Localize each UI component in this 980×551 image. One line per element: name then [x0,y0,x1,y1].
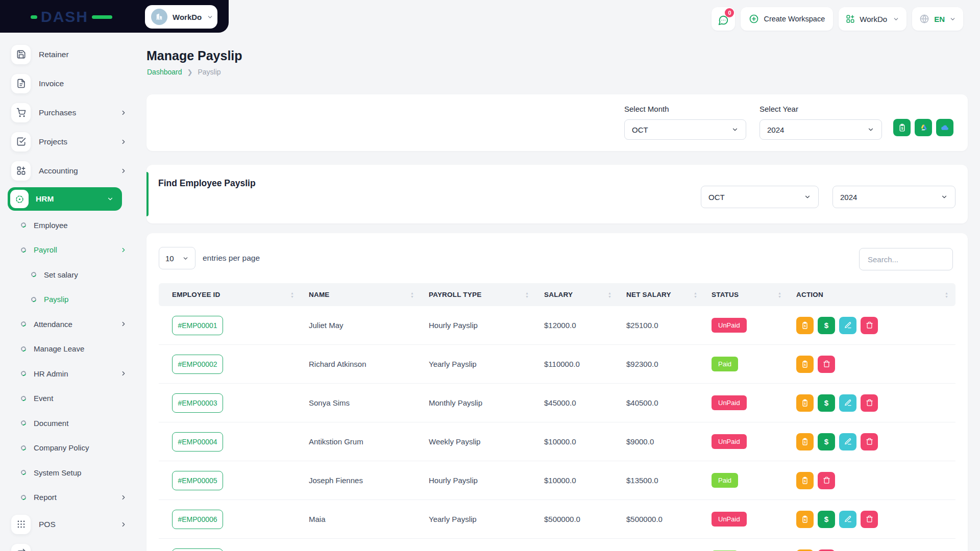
payslip-button[interactable]: $ [796,549,814,551]
employee-id-badge[interactable]: #EMP00006 [172,510,223,529]
find-year-select[interactable]: 2024 [832,186,955,208]
sort-icon[interactable]: ▲▼ [694,291,697,298]
status-badge: UnPaid [712,512,747,527]
sort-icon[interactable]: ▲▼ [608,291,611,298]
sidebar-item-crm[interactable]: CRM [8,539,135,551]
sidebar-item-accounting[interactable]: Accounting [8,156,135,185]
pencil-icon [844,321,852,329]
pay-button[interactable]: $ [818,394,835,412]
sort-icon[interactable]: ▲▼ [778,291,781,298]
workspace-name: WorkDo [173,13,202,21]
dash-logo: DASH [31,9,112,24]
payslip-button[interactable]: $ [796,472,814,489]
delete-button[interactable] [818,472,835,489]
edit-button[interactable] [839,511,856,528]
edit-button[interactable] [839,433,856,450]
payslip-button[interactable]: $ [796,511,814,528]
employee-id-badge[interactable]: #EMP00001 [172,316,223,335]
employee-id-badge[interactable]: #EMP00004 [172,432,223,452]
sort-icon[interactable]: ▲▼ [525,291,529,298]
clipboard-dollar-icon: $ [801,399,809,407]
onedrive-cloud-icon [940,123,950,133]
year-select[interactable]: 2024 [760,119,882,140]
onedrive-export-button[interactable] [936,119,953,136]
workspace-switcher[interactable]: WorkDo [145,5,217,29]
chevron-right-icon: ❯ [187,68,193,76]
sidebar-item-manage-leave[interactable]: Manage Leave [8,337,135,362]
entries-per-page-select[interactable]: 10 [159,247,195,269]
pay-button[interactable]: $ [818,511,835,528]
sidebar-item-attendance[interactable]: Attendance [8,312,135,337]
delete-button[interactable] [818,356,835,373]
sidebar-item-payslip[interactable]: Payslip [8,287,135,312]
employee-id-badge[interactable]: #EMP00007 [172,548,223,551]
month-select[interactable]: OCT [624,119,746,140]
column-header-employee-id[interactable]: EMPLOYEE ID▲▼ [159,283,301,306]
payslip-button[interactable]: $ [796,433,814,450]
sidebar-item-event[interactable]: Event [8,386,135,411]
sidebar-item-projects[interactable]: Projects [8,127,135,156]
sidebar: Retainer Invoice Purchases Projects Acco… [0,33,143,551]
delete-button[interactable] [861,394,878,412]
column-header-net-salary[interactable]: NET SALARY▲▼ [619,283,704,306]
chevron-down-icon [941,193,948,201]
delete-button[interactable] [861,511,878,528]
chevron-right-icon [120,246,127,254]
sidebar-item-system-setup[interactable]: System Setup [8,460,135,485]
payslip-button[interactable]: $ [796,394,814,412]
employee-id-badge[interactable]: #EMP00002 [172,355,223,374]
sidebar-item-report[interactable]: Report [8,485,135,510]
column-header-salary[interactable]: SALARY▲▼ [536,283,619,306]
sidebar-item-document[interactable]: Document [8,411,135,436]
breadcrumb-current: Payslip [198,68,220,76]
breadcrumb-dashboard-link[interactable]: Dashboard [147,68,182,76]
sidebar-item-hr-admin[interactable]: HR Admin [8,361,135,386]
dollar-icon: $ [824,399,828,407]
workdo-menu-button[interactable]: WorkDo [839,7,906,31]
employee-id-badge[interactable]: #EMP00005 [172,471,223,490]
edit-button[interactable] [839,317,856,334]
sort-icon[interactable]: ▲▼ [945,291,948,298]
sidebar-item-pos[interactable]: POS [8,510,135,539]
pay-button[interactable]: $ [818,433,835,450]
workdo-menu-label: WorkDo [860,15,887,23]
sidebar-item-set-salary[interactable]: Set salary [8,262,135,287]
bullet-icon [20,494,27,500]
payslip-button[interactable]: $ [796,356,814,373]
delete-button[interactable] [861,433,878,450]
bulk-payslip-button[interactable]: $ [893,119,911,136]
sort-icon[interactable]: ▲▼ [410,291,414,298]
sidebar-item-payroll[interactable]: Payroll [8,238,135,263]
google-drive-export-button[interactable] [915,119,932,136]
sidebar-item-company-policy[interactable]: Company Policy [8,436,135,461]
logo-text: DASH [41,9,88,24]
create-workspace-button[interactable]: Create Workspace [741,7,833,31]
column-header-name[interactable]: NAME▲▼ [301,283,421,306]
pay-button[interactable]: $ [818,317,835,334]
column-header-payroll-type[interactable]: PAYROLL TYPE▲▼ [421,283,536,306]
net-salary: $62575.0 [619,539,704,551]
sidebar-item-retainer[interactable]: Retainer [8,40,135,69]
column-header-action[interactable]: ACTION▲▼ [789,283,955,306]
sidebar-item-employee[interactable]: Employee [8,213,135,238]
sidebar-item-hrm[interactable]: HRM [8,187,122,211]
logo-dash-icon [92,15,112,19]
employee-id-badge[interactable]: #EMP00003 [172,393,223,413]
sort-icon[interactable]: ▲▼ [290,291,294,298]
search-input[interactable] [859,248,953,270]
sidebar-item-invoice[interactable]: Invoice [8,69,135,98]
grid-plus-icon [846,14,855,23]
table-row: #EMP00007 Kirsten Benson Monthly Payslip… [159,539,955,551]
building-icon [155,12,164,21]
salary: $45000.0 [536,384,619,422]
workspace-avatar [151,9,167,25]
messages-button[interactable]: 0 [712,7,735,31]
language-selector[interactable]: EN [912,7,963,31]
delete-button[interactable] [861,317,878,334]
find-month-select[interactable]: OCT [701,186,819,208]
column-header-status[interactable]: STATUS▲▼ [704,283,789,306]
delete-button[interactable] [818,549,835,551]
edit-button[interactable] [839,394,856,412]
payslip-button[interactable]: $ [796,317,814,334]
sidebar-item-purchases[interactable]: Purchases [8,98,135,127]
